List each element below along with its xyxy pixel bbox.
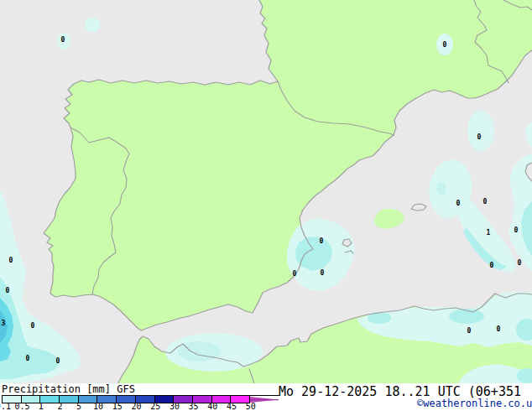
map-area: 00000300000000100000 <box>0 0 532 384</box>
weather-map-page: 00000300000000100000 Precipitation [mm] … <box>0 0 532 411</box>
precip-value-marker: 0 <box>9 257 13 264</box>
precip-value-marker: 0 <box>320 237 324 245</box>
legend-scale-value: 0.1 <box>0 402 11 411</box>
precip-value-marker: 0 <box>467 327 472 335</box>
precip-value-marker: 0 <box>61 36 65 44</box>
precip-value-marker: 0 <box>518 259 522 267</box>
precip-value-marker: 0 <box>443 41 447 49</box>
legend-title: Precipitation [mm] GFS <box>2 383 135 395</box>
legend-scale-value: 35 <box>189 402 199 411</box>
legend-scale-value: 10 <box>93 402 103 411</box>
legend-scale-value: 0.5 <box>15 402 30 411</box>
legend-scale-value: 15 <box>112 402 123 411</box>
legend-scale-value: 20 <box>131 402 141 411</box>
legend-scale-value: 40 <box>207 402 217 411</box>
precip-value-marker: 0 <box>6 287 10 294</box>
precip-value-marker: 0 <box>514 226 519 234</box>
precip-value-marker: 0 <box>31 322 35 330</box>
precip-value-marker: 0 <box>490 262 494 269</box>
precip-blob-gulf-of-lion <box>467 111 494 151</box>
legend-scale-value: 30 <box>170 402 180 411</box>
legend-scale-value: 1 <box>39 402 44 411</box>
precip-value-marker: 0 <box>483 198 488 206</box>
weather-map-svg: 00000300000000100000 <box>0 0 532 384</box>
legend-scale-value: 50 <box>246 402 256 411</box>
precip-patch-med-blob-core <box>436 182 446 195</box>
copyright-text: ©weatheronline.co.uk <box>417 398 532 409</box>
legend-scale-labels: 0.10.5125101520253035404550 <box>0 402 285 411</box>
legend-scale-value: 45 <box>227 402 237 411</box>
precip-value-marker: 0 <box>456 200 461 207</box>
precip-value-marker: 0 <box>321 269 325 277</box>
legend-scale-value: 2 <box>57 402 62 411</box>
precip-value-marker: 0 <box>477 133 482 141</box>
precip-blob-nw1 <box>85 18 100 33</box>
legend-scale-value: 5 <box>76 402 81 411</box>
precip-value-marker: 1 <box>487 229 491 237</box>
precip-value-marker: 0 <box>293 270 297 278</box>
legend-scale-value: 25 <box>150 402 160 411</box>
bottom-bar: Precipitation [mm] GFS 0.10.512510152025… <box>0 383 532 411</box>
precip-value-marker: 3 <box>2 320 6 327</box>
precip-value-marker: 0 <box>26 355 30 362</box>
precip-value-marker: 0 <box>497 325 501 333</box>
precip-value-marker: 0 <box>56 357 60 365</box>
